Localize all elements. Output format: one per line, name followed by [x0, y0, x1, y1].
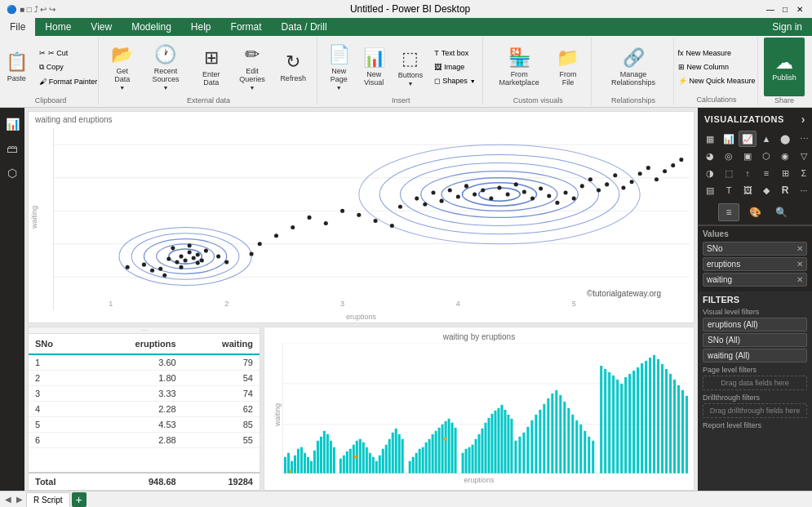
- table-cell: 5: [29, 417, 105, 432]
- page-drop-area[interactable]: Drag data fields here: [703, 376, 807, 390]
- viz-icon-slicer[interactable]: ≡: [757, 165, 775, 181]
- enter-data-button[interactable]: ⊞ Enter Data: [193, 38, 230, 96]
- format-painter-button[interactable]: 🖌 Format Painter: [35, 75, 102, 88]
- viz-icon-column[interactable]: 📊: [720, 131, 738, 147]
- from-file-button[interactable]: 📁 From File: [550, 38, 586, 96]
- svg-rect-189: [567, 408, 570, 474]
- new-column-button[interactable]: ⊞ New Column: [674, 60, 760, 73]
- viz-icon-bar[interactable]: ▦: [701, 131, 719, 147]
- viz-icon-funnel[interactable]: ▽: [795, 148, 812, 164]
- remove-eruptions[interactable]: ✕: [796, 260, 803, 269]
- svg-rect-123: [330, 441, 332, 474]
- viz-icon-kpi[interactable]: ↑: [739, 165, 757, 181]
- remove-sno[interactable]: ✕: [796, 244, 803, 253]
- svg-rect-133: [366, 447, 368, 474]
- fields-tab[interactable]: ≡: [718, 203, 739, 221]
- viz-icon-area[interactable]: ▲: [757, 131, 775, 147]
- buttons-button[interactable]: ⬚ Buttons ▼: [393, 38, 429, 96]
- cut-button[interactable]: ✂ ✂ Cut: [35, 47, 102, 60]
- filter-eruptions[interactable]: eruptions (All): [703, 318, 807, 331]
- paste-button[interactable]: 📋 Paste: [0, 38, 33, 96]
- sidebar-icon-relationships[interactable]: ⬡: [2, 163, 22, 183]
- svg-rect-118: [313, 451, 316, 474]
- new-page-button[interactable]: 📄 New Page ▼: [322, 38, 356, 96]
- tab-nav-left[interactable]: ◀: [3, 495, 13, 504]
- viz-icon-more[interactable]: ···: [795, 182, 812, 198]
- viz-icon-ribbon[interactable]: ⬤: [776, 131, 794, 147]
- viz-icon-line[interactable]: 📈: [739, 131, 757, 147]
- minimize-button[interactable]: —: [765, 3, 776, 15]
- analytics-tab[interactable]: 🔍: [770, 203, 792, 221]
- viz-icon-treemap[interactable]: ▣: [739, 148, 757, 164]
- new-visual-button[interactable]: 📊 New Visual: [357, 38, 391, 96]
- tab-bar: ◀ ▶ R Script +: [0, 491, 812, 507]
- tab-format[interactable]: Format: [221, 18, 272, 36]
- filter-waiting[interactable]: waiting (All): [703, 349, 807, 362]
- titlebar: 🔵 ■ □ ⤴ ↩ ↪ Untitled - Power BI Desktop …: [0, 0, 812, 18]
- viz-icon-gauge[interactable]: ◑: [701, 165, 719, 181]
- format-tab[interactable]: 🎨: [744, 203, 765, 221]
- field-sno[interactable]: SNo ✕: [703, 242, 807, 256]
- close-button[interactable]: ✕: [794, 3, 805, 15]
- tab-nav-right[interactable]: ▶: [15, 495, 24, 504]
- svg-point-19: [157, 244, 215, 269]
- manage-relationships-button[interactable]: 🔗 Manage Relationships: [598, 38, 668, 96]
- field-waiting-label: waiting: [707, 275, 732, 284]
- viz-icon-scatter[interactable]: ⋯: [795, 131, 812, 147]
- refresh-button[interactable]: ↻ Refresh: [274, 38, 312, 96]
- tab-data-drill[interactable]: Data / Drill: [272, 18, 337, 36]
- svg-rect-157: [448, 419, 450, 474]
- viz-icon-waterfall[interactable]: ▤: [701, 182, 719, 198]
- field-waiting[interactable]: waiting ✕: [703, 273, 807, 287]
- tab-file[interactable]: File: [0, 18, 35, 36]
- viz-icon-image[interactable]: 🖼: [739, 182, 757, 198]
- viz-icon-card[interactable]: ⬚: [720, 165, 738, 181]
- viz-icon-filled-map[interactable]: ◉: [776, 148, 794, 164]
- edit-queries-button[interactable]: ✏ Edit Queries ▼: [232, 38, 273, 96]
- manage-relationships-label: Manage Relationships: [604, 70, 663, 87]
- viz-icon-map[interactable]: ⬡: [757, 148, 775, 164]
- bottom-chart[interactable]: waiting by eruptions waiting eruptions 6…: [264, 327, 694, 491]
- top-chart[interactable]: waiting and eruptions waiting eruptions …: [28, 111, 694, 323]
- new-quick-measure-button[interactable]: ⚡ New Quick Measure: [674, 74, 760, 87]
- shapes-button[interactable]: ◻ Shapes ▼: [430, 74, 479, 87]
- viz-icon-r[interactable]: R: [776, 182, 794, 198]
- text-box-button[interactable]: T Text box: [430, 47, 479, 60]
- table-cell: 79: [183, 355, 260, 370]
- sidebar-icon-report[interactable]: 📊: [2, 114, 22, 134]
- get-data-button[interactable]: 📂 Get Data ▼: [105, 38, 139, 96]
- table-cell: 3.33: [105, 386, 182, 401]
- viz-icon-donut[interactable]: ◎: [720, 148, 738, 164]
- tab-modeling[interactable]: Modeling: [122, 18, 181, 36]
- signin-button[interactable]: Sign in: [762, 18, 812, 36]
- remove-waiting[interactable]: ✕: [796, 275, 803, 284]
- viz-icon-table[interactable]: ⊞: [776, 165, 794, 181]
- svg-point-220: [444, 438, 447, 441]
- publish-button[interactable]: ☁ Publish: [764, 38, 805, 96]
- viz-icon-shape[interactable]: ◆: [757, 182, 775, 198]
- copy-button[interactable]: ⧉ Copy: [35, 60, 102, 74]
- tab-view[interactable]: View: [81, 18, 122, 36]
- recent-sources-button[interactable]: 🕐 Recent Sources ▼: [140, 38, 191, 96]
- field-eruptions[interactable]: eruptions ✕: [703, 257, 807, 271]
- filter-sno[interactable]: SNo (All): [703, 333, 807, 347]
- r-script-tab[interactable]: R Script: [26, 492, 70, 507]
- window-title: Untitled - Power BI Desktop: [55, 3, 765, 15]
- tab-home[interactable]: Home: [35, 18, 81, 36]
- svg-rect-207: [645, 361, 647, 474]
- visualizations-title: VISUALIZATIONS ›: [698, 108, 812, 129]
- viz-icon-matrix[interactable]: Σ: [795, 165, 812, 181]
- from-marketplace-button[interactable]: 🏪 From Marketplace: [490, 38, 548, 96]
- viz-icon-text[interactable]: T: [720, 182, 738, 198]
- svg-point-219: [354, 456, 357, 459]
- viz-icon-pie[interactable]: ◕: [701, 148, 719, 164]
- sidebar-icon-data[interactable]: 🗃: [2, 139, 22, 158]
- new-tab-button[interactable]: +: [72, 492, 87, 507]
- drillthrough-drop-area[interactable]: Drag drillthrough fields here: [703, 403, 807, 418]
- maximize-button[interactable]: □: [779, 3, 791, 15]
- svg-rect-216: [681, 390, 684, 474]
- tab-help[interactable]: Help: [181, 18, 221, 36]
- image-button[interactable]: 🖼 Image: [430, 60, 479, 73]
- visualizations-expand-btn[interactable]: ›: [801, 113, 805, 126]
- new-measure-button[interactable]: fx New Measure: [674, 47, 760, 60]
